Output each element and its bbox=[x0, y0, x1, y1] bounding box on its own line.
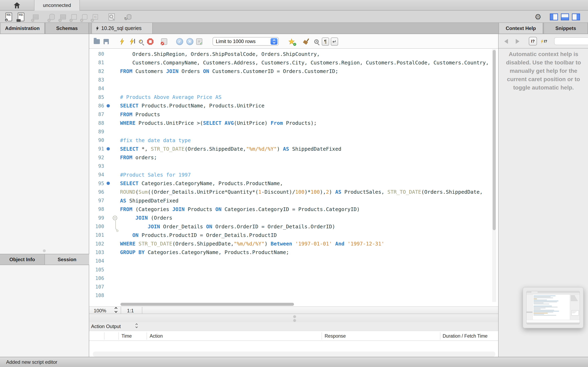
save-file-icon[interactable] bbox=[102, 37, 111, 46]
sidebar-tab-schemas[interactable]: Schemas bbox=[45, 23, 89, 34]
stop-execution-icon[interactable] bbox=[146, 37, 155, 46]
editor-tab-sql-queries[interactable]: 10.26_sql queries bbox=[91, 23, 153, 34]
gutter-marker-zone bbox=[104, 283, 120, 291]
forward-arrow-icon[interactable] bbox=[516, 39, 519, 44]
code-area[interactable]: 80 Orders.ShipRegion, Orders.ShipPostalC… bbox=[89, 49, 498, 302]
code-line[interactable]: 84 bbox=[89, 84, 498, 93]
code-line[interactable]: 93 bbox=[89, 162, 498, 170]
find-icon[interactable]: A bbox=[312, 37, 321, 46]
code-line[interactable]: 97AS ShippedDateFixed bbox=[89, 196, 498, 205]
toggle-automatic-context-help-icon[interactable]: I? bbox=[539, 37, 549, 45]
sidebar-splitter-handle[interactable] bbox=[43, 249, 46, 252]
horizontal-scrollbar-track[interactable] bbox=[89, 302, 498, 307]
back-arrow-icon[interactable] bbox=[504, 39, 508, 44]
toggle-right-sidebar-icon[interactable] bbox=[571, 12, 581, 22]
code-line[interactable]: 103GROUP BY Categories.CategoryName, Pro… bbox=[89, 248, 498, 257]
code-line[interactable]: 81 Customers.CompanyName, Customers.Addr… bbox=[89, 58, 498, 67]
code-line[interactable]: 105 bbox=[89, 265, 498, 274]
left-sidebar: Object Info Session bbox=[0, 34, 89, 357]
code-line[interactable]: 83 bbox=[89, 76, 498, 84]
home-tab-button[interactable] bbox=[12, 1, 22, 9]
code-line[interactable]: 102WHERE STR_TO_DATE(Orders.ShippedDate,… bbox=[89, 240, 498, 248]
code-line[interactable]: 108 bbox=[89, 291, 498, 300]
line-number: 102 bbox=[89, 241, 104, 247]
code-line[interactable]: 101 ON Products.ProductID = Order_Detail… bbox=[89, 231, 498, 239]
code-line[interactable]: 100 JOIN Order_Details ON Orders.OrderID… bbox=[89, 222, 498, 231]
column-header-action[interactable]: Action bbox=[150, 333, 163, 339]
panel-splitter[interactable] bbox=[89, 314, 498, 322]
reconnect-database-icon[interactable]: ↻ bbox=[123, 12, 133, 22]
commit-icon[interactable]: ✓ bbox=[175, 37, 184, 46]
code-line[interactable]: 89 bbox=[89, 127, 498, 136]
toggle-invisible-characters-icon[interactable]: ¶ bbox=[321, 37, 330, 46]
window-preview-thumbnail[interactable] bbox=[523, 287, 584, 328]
code-line[interactable]: 85# Products Above Average Price AS bbox=[89, 93, 498, 101]
code-line[interactable]: 94#Product Sales for 1997 bbox=[89, 170, 498, 179]
code-line[interactable]: 92FROM orders; bbox=[89, 153, 498, 162]
gutter-marker-zone bbox=[104, 214, 120, 222]
code-line[interactable]: 87FROM Products bbox=[89, 110, 498, 119]
help-search-input[interactable] bbox=[554, 37, 588, 45]
fold-marker-icon[interactable] bbox=[113, 216, 117, 220]
gutter-marker-zone bbox=[104, 170, 120, 179]
new-sql-script-icon[interactable]: SQL+ bbox=[4, 12, 13, 22]
toggle-stop-on-error-icon[interactable] bbox=[159, 37, 169, 46]
code-line[interactable]: 99 JOIN (Orders bbox=[89, 214, 498, 222]
open-file-icon[interactable] bbox=[92, 37, 102, 46]
connection-tab[interactable]: unconnected bbox=[34, 0, 80, 11]
panel-tab-context-help[interactable]: Context Help bbox=[499, 23, 543, 34]
code-line[interactable]: 86SELECT Products.ProductName, Products.… bbox=[89, 101, 498, 110]
split-ratio-value: 1:1 bbox=[127, 308, 134, 314]
code-text: SELECT Products.ProductName, Products.Un… bbox=[120, 103, 264, 109]
create-stored-procedure-icon: + bbox=[80, 12, 89, 22]
execute-statement-icon[interactable] bbox=[127, 37, 137, 46]
code-text: #Product Sales for 1997 bbox=[120, 172, 191, 178]
sidebar-tab-session[interactable]: Session bbox=[45, 254, 89, 265]
panel-tab-snippets[interactable]: Snippets bbox=[544, 23, 588, 34]
gutter-marker-zone bbox=[104, 127, 120, 136]
row-limit-dropdown[interactable]: Limit to 1000 rows bbox=[213, 37, 279, 46]
search-objects-icon[interactable] bbox=[107, 12, 116, 22]
empty-output-row bbox=[93, 351, 495, 357]
execute-script-icon[interactable] bbox=[117, 37, 127, 46]
code-line[interactable]: 104 bbox=[89, 257, 498, 265]
toggle-autocommit-icon[interactable]: ✓ bbox=[195, 37, 204, 46]
code-line[interactable]: 96ROUND(Sum((Order_Details.UnitPrice*Qua… bbox=[89, 188, 498, 196]
code-line[interactable]: 90#fix the date data type bbox=[89, 136, 498, 145]
sidebar-tab-object-info[interactable]: Object Info bbox=[0, 254, 45, 265]
code-line[interactable]: 88WHERE Products.UnitPrice >(SELECT AVG(… bbox=[89, 119, 498, 127]
manual-context-help-icon[interactable]: I? bbox=[529, 37, 537, 45]
open-sql-script-icon[interactable]: SQL bbox=[16, 12, 26, 22]
code-line[interactable]: 82FROM Customers JOIN Orders ON Customer… bbox=[89, 67, 498, 76]
code-line[interactable]: 107 bbox=[89, 283, 498, 291]
column-header-time[interactable]: Time bbox=[121, 333, 132, 339]
zoom-stepper[interactable] bbox=[115, 308, 117, 312]
output-selector-dropdown[interactable] bbox=[136, 324, 138, 328]
preferences-gear-icon[interactable]: ⚙ bbox=[533, 12, 543, 22]
gutter-marker-zone bbox=[104, 222, 120, 231]
status-message: Added new script editor bbox=[6, 359, 57, 365]
code-text: WHERE STR_TO_DATE(Orders.ShippedDate,"%m… bbox=[120, 241, 384, 247]
code-line[interactable]: 80 Orders.ShipRegion, Orders.ShipPostalC… bbox=[89, 50, 498, 58]
code-line[interactable]: 98FROM (Categories JOIN Products ON Cate… bbox=[89, 205, 498, 213]
explain-plan-icon[interactable] bbox=[136, 37, 146, 46]
code-text: # Products Above Average Price AS bbox=[120, 94, 222, 100]
vertical-scrollbar-thumb[interactable] bbox=[493, 50, 496, 230]
sidebar-tab-administration[interactable]: Administration bbox=[0, 23, 45, 34]
toggle-word-wrap-icon[interactable]: ↵ bbox=[330, 37, 339, 46]
line-number: 89 bbox=[89, 129, 104, 134]
code-line[interactable]: 106 bbox=[89, 274, 498, 283]
code-line[interactable]: 95SELECT Categories.CategoryName, Produc… bbox=[89, 179, 498, 188]
beautify-script-icon[interactable] bbox=[302, 37, 311, 46]
rollback-icon[interactable]: ✕ bbox=[185, 37, 195, 46]
gutter-marker-zone bbox=[104, 136, 120, 145]
code-line[interactable]: 91SELECT *, STR_TO_DATE(Orders.ShippedDa… bbox=[89, 145, 498, 153]
save-snippet-icon[interactable]: + bbox=[287, 37, 296, 46]
horizontal-scrollbar-thumb[interactable] bbox=[121, 303, 294, 306]
toggle-bottom-panel-icon[interactable] bbox=[560, 12, 570, 22]
column-header-response[interactable]: Response bbox=[325, 333, 346, 339]
toggle-left-sidebar-icon[interactable] bbox=[549, 12, 559, 22]
line-number: 80 bbox=[89, 51, 104, 57]
table-inspector-icon: i bbox=[31, 12, 40, 22]
column-header-duration[interactable]: Duration / Fetch Time bbox=[443, 333, 488, 339]
